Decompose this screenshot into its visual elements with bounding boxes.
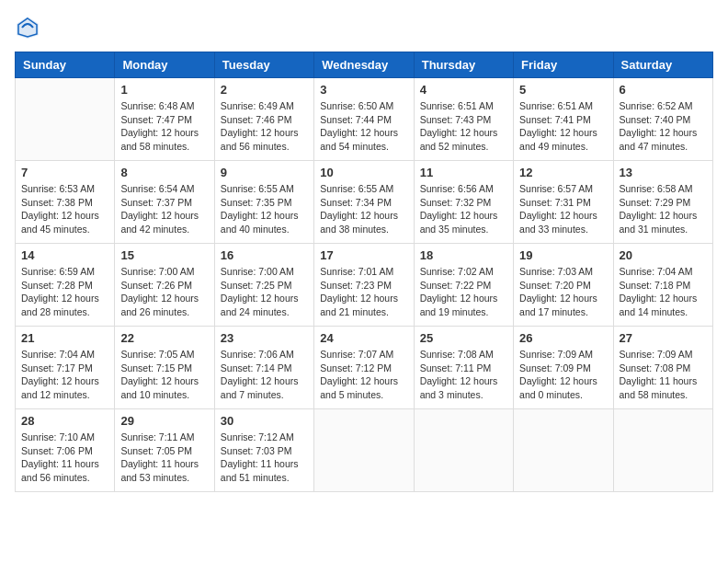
- calendar-cell: 20Sunrise: 7:04 AM Sunset: 7:18 PM Dayli…: [613, 244, 712, 327]
- calendar-week-row: 14Sunrise: 6:59 AM Sunset: 7:28 PM Dayli…: [16, 244, 713, 327]
- day-number: 13: [620, 166, 707, 179]
- calendar-cell: 15Sunrise: 7:00 AM Sunset: 7:26 PM Dayli…: [115, 244, 214, 327]
- day-info: Sunrise: 7:03 AM Sunset: 7:20 PM Dayligh…: [519, 265, 607, 319]
- calendar-cell: 25Sunrise: 7:08 AM Sunset: 7:11 PM Dayli…: [414, 327, 513, 409]
- day-info: Sunrise: 7:08 AM Sunset: 7:11 PM Dayligh…: [420, 348, 507, 402]
- day-number: 9: [221, 166, 308, 179]
- day-info: Sunrise: 6:48 AM Sunset: 7:47 PM Dayligh…: [120, 99, 208, 154]
- day-info: Sunrise: 7:06 AM Sunset: 7:14 PM Dayligh…: [221, 348, 308, 402]
- calendar-cell: 28Sunrise: 7:10 AM Sunset: 7:06 PM Dayli…: [16, 409, 115, 492]
- day-info: Sunrise: 6:51 AM Sunset: 7:43 PM Dayligh…: [420, 99, 507, 154]
- day-info: Sunrise: 7:04 AM Sunset: 7:17 PM Dayligh…: [21, 348, 108, 402]
- day-info: Sunrise: 7:10 AM Sunset: 7:06 PM Dayligh…: [21, 431, 108, 485]
- day-number: 2: [221, 83, 308, 97]
- day-header-wednesday: Wednesday: [314, 52, 414, 78]
- day-number: 15: [120, 248, 208, 262]
- day-header-saturday: Saturday: [613, 52, 712, 78]
- calendar-week-row: 1Sunrise: 6:48 AM Sunset: 7:47 PM Daylig…: [16, 78, 713, 161]
- day-number: 24: [320, 331, 407, 345]
- day-number: 6: [620, 83, 707, 97]
- calendar-cell: 2Sunrise: 6:49 AM Sunset: 7:46 PM Daylig…: [214, 78, 313, 161]
- day-info: Sunrise: 7:04 AM Sunset: 7:18 PM Dayligh…: [620, 265, 707, 319]
- calendar-cell: [16, 78, 115, 161]
- day-header-tuesday: Tuesday: [214, 52, 313, 78]
- day-info: Sunrise: 6:57 AM Sunset: 7:31 PM Dayligh…: [519, 182, 607, 236]
- day-info: Sunrise: 6:50 AM Sunset: 7:44 PM Dayligh…: [320, 99, 407, 154]
- day-number: 18: [420, 248, 507, 262]
- day-info: Sunrise: 7:05 AM Sunset: 7:15 PM Dayligh…: [120, 348, 208, 402]
- logo: [15, 15, 42, 40]
- day-header-friday: Friday: [514, 52, 613, 78]
- day-info: Sunrise: 6:55 AM Sunset: 7:35 PM Dayligh…: [221, 182, 308, 236]
- day-number: 28: [21, 414, 108, 428]
- calendar-cell: 1Sunrise: 6:48 AM Sunset: 7:47 PM Daylig…: [115, 78, 214, 161]
- calendar-week-row: 7Sunrise: 6:53 AM Sunset: 7:38 PM Daylig…: [16, 161, 713, 244]
- calendar-cell: 26Sunrise: 7:09 AM Sunset: 7:09 PM Dayli…: [514, 327, 613, 409]
- calendar-cell: 17Sunrise: 7:01 AM Sunset: 7:23 PM Dayli…: [314, 244, 414, 327]
- day-info: Sunrise: 6:53 AM Sunset: 7:38 PM Dayligh…: [21, 182, 108, 236]
- calendar-cell: 10Sunrise: 6:55 AM Sunset: 7:34 PM Dayli…: [314, 161, 414, 244]
- svg-marker-0: [17, 17, 39, 39]
- day-info: Sunrise: 6:51 AM Sunset: 7:41 PM Dayligh…: [519, 99, 607, 154]
- day-info: Sunrise: 6:54 AM Sunset: 7:37 PM Dayligh…: [120, 182, 208, 236]
- calendar-cell: 4Sunrise: 6:51 AM Sunset: 7:43 PM Daylig…: [414, 78, 513, 161]
- day-number: 19: [519, 248, 607, 262]
- day-info: Sunrise: 7:00 AM Sunset: 7:25 PM Dayligh…: [221, 265, 308, 319]
- day-number: 27: [620, 331, 707, 345]
- day-info: Sunrise: 7:11 AM Sunset: 7:05 PM Dayligh…: [120, 431, 208, 485]
- day-number: 29: [120, 414, 208, 428]
- calendar-cell: [314, 409, 414, 492]
- calendar-cell: 3Sunrise: 6:50 AM Sunset: 7:44 PM Daylig…: [314, 78, 414, 161]
- calendar-cell: 18Sunrise: 7:02 AM Sunset: 7:22 PM Dayli…: [414, 244, 513, 327]
- day-header-thursday: Thursday: [414, 52, 513, 78]
- calendar-cell: [514, 409, 613, 492]
- day-info: Sunrise: 7:01 AM Sunset: 7:23 PM Dayligh…: [320, 265, 407, 319]
- day-number: 23: [221, 331, 308, 345]
- calendar-cell: 5Sunrise: 6:51 AM Sunset: 7:41 PM Daylig…: [514, 78, 613, 161]
- day-info: Sunrise: 7:07 AM Sunset: 7:12 PM Dayligh…: [320, 348, 407, 402]
- day-info: Sunrise: 6:55 AM Sunset: 7:34 PM Dayligh…: [320, 182, 407, 236]
- day-number: 26: [519, 331, 607, 345]
- calendar-cell: 9Sunrise: 6:55 AM Sunset: 7:35 PM Daylig…: [214, 161, 313, 244]
- calendar-header-row: SundayMondayTuesdayWednesdayThursdayFrid…: [16, 52, 713, 78]
- calendar-cell: 23Sunrise: 7:06 AM Sunset: 7:14 PM Dayli…: [214, 327, 313, 409]
- day-info: Sunrise: 6:56 AM Sunset: 7:32 PM Dayligh…: [420, 182, 507, 236]
- day-number: 7: [21, 166, 108, 179]
- day-header-sunday: Sunday: [16, 52, 115, 78]
- calendar-cell: 30Sunrise: 7:12 AM Sunset: 7:03 PM Dayli…: [214, 409, 313, 492]
- calendar-table: SundayMondayTuesdayWednesdayThursdayFrid…: [15, 52, 713, 492]
- day-number: 16: [221, 248, 308, 262]
- calendar-cell: 12Sunrise: 6:57 AM Sunset: 7:31 PM Dayli…: [514, 161, 613, 244]
- calendar-cell: 7Sunrise: 6:53 AM Sunset: 7:38 PM Daylig…: [16, 161, 115, 244]
- day-info: Sunrise: 6:49 AM Sunset: 7:46 PM Dayligh…: [221, 99, 308, 154]
- calendar-cell: [414, 409, 513, 492]
- day-info: Sunrise: 7:12 AM Sunset: 7:03 PM Dayligh…: [221, 431, 308, 485]
- day-number: 30: [221, 414, 308, 428]
- calendar-cell: [613, 409, 712, 492]
- calendar-cell: 8Sunrise: 6:54 AM Sunset: 7:37 PM Daylig…: [115, 161, 214, 244]
- calendar-cell: 29Sunrise: 7:11 AM Sunset: 7:05 PM Dayli…: [115, 409, 214, 492]
- day-number: 3: [320, 83, 407, 97]
- day-info: Sunrise: 7:02 AM Sunset: 7:22 PM Dayligh…: [420, 265, 507, 319]
- calendar-cell: 11Sunrise: 6:56 AM Sunset: 7:32 PM Dayli…: [414, 161, 513, 244]
- day-info: Sunrise: 7:09 AM Sunset: 7:09 PM Dayligh…: [519, 348, 607, 402]
- day-header-monday: Monday: [115, 52, 214, 78]
- day-info: Sunrise: 6:52 AM Sunset: 7:40 PM Dayligh…: [620, 99, 707, 154]
- calendar-cell: 19Sunrise: 7:03 AM Sunset: 7:20 PM Dayli…: [514, 244, 613, 327]
- day-number: 25: [420, 331, 507, 345]
- day-number: 11: [420, 166, 507, 179]
- calendar-cell: 16Sunrise: 7:00 AM Sunset: 7:25 PM Dayli…: [214, 244, 313, 327]
- page-header: [15, 15, 713, 40]
- day-number: 1: [120, 83, 208, 97]
- day-number: 20: [620, 248, 707, 262]
- calendar-cell: 27Sunrise: 7:09 AM Sunset: 7:08 PM Dayli…: [613, 327, 712, 409]
- day-number: 5: [519, 83, 607, 97]
- calendar-cell: 14Sunrise: 6:59 AM Sunset: 7:28 PM Dayli…: [16, 244, 115, 327]
- day-number: 14: [21, 248, 108, 262]
- calendar-cell: 22Sunrise: 7:05 AM Sunset: 7:15 PM Dayli…: [115, 327, 214, 409]
- calendar-week-row: 21Sunrise: 7:04 AM Sunset: 7:17 PM Dayli…: [16, 327, 713, 409]
- calendar-cell: 6Sunrise: 6:52 AM Sunset: 7:40 PM Daylig…: [613, 78, 712, 161]
- day-number: 8: [120, 166, 208, 179]
- day-info: Sunrise: 7:09 AM Sunset: 7:08 PM Dayligh…: [620, 348, 707, 402]
- day-number: 22: [120, 331, 208, 345]
